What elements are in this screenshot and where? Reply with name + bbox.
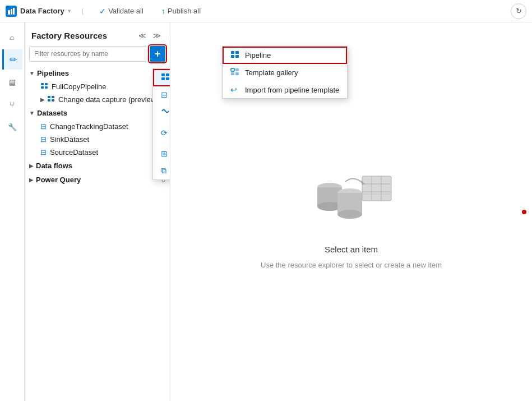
dataflows-group: ▶ Data flows 0 <box>25 159 170 173</box>
manage-nav-item[interactable]: 🔧 <box>2 117 22 137</box>
filter-row: + <box>25 46 170 66</box>
resource-tree: ▼ Pipelines FullCopyPipel <box>25 66 170 401</box>
expand-sidebar-button[interactable]: ≫ <box>151 29 163 42</box>
sub-template-icon <box>230 68 240 77</box>
dataset-changetracking-icon: ⊟ <box>40 122 47 131</box>
svg-rect-6 <box>45 86 48 89</box>
powerquery-label: Power Query <box>36 176 161 184</box>
refresh-icon: ↻ <box>516 7 522 15</box>
powerquery-group: ▶ Power Query 0 <box>25 173 170 187</box>
svg-rect-17 <box>231 55 234 58</box>
svg-rect-19 <box>231 68 234 71</box>
expand-icon: ≫ <box>153 31 161 40</box>
datasets-label: Datasets <box>37 109 165 117</box>
validate-all-button[interactable]: ✓ Validate all <box>95 4 148 18</box>
manage-icon: 🔧 <box>8 123 17 131</box>
ctx-copytool-icon: ⧉ <box>161 166 170 176</box>
author-nav-item[interactable]: ✏ <box>2 49 22 70</box>
pipeline-fullcopy-label: FullCopyPipeline <box>52 82 165 91</box>
sidebar-title: Factory Resources <box>31 31 107 40</box>
svg-rect-1 <box>11 9 12 15</box>
top-bar: Data Factory ▾ | ✓ Validate all ↑ Publis… <box>0 0 532 22</box>
publish-label: Publish all <box>168 7 201 15</box>
pencil-icon: ✏ <box>10 54 17 65</box>
cdc-pipeline-icon <box>47 95 55 104</box>
app-title: Data Factory <box>20 7 64 15</box>
dataset-changetracking-item[interactable]: ⊟ ChangeTrackingDataset <box>36 120 170 133</box>
ctx-cdc-icon: ⟳ <box>161 128 170 137</box>
illustration-svg <box>300 155 401 233</box>
logo-chevron: ▾ <box>68 8 71 14</box>
pipelines-group: ▼ Pipelines FullCopyPipel <box>25 66 170 106</box>
git-nav-item[interactable]: ⑂ <box>2 94 22 114</box>
app-logo: Data Factory ▾ <box>6 6 71 17</box>
publish-icon: ↑ <box>161 7 165 16</box>
pipeline-fullcopy-item[interactable]: FullCopyPipeline <box>36 80 170 93</box>
pipeline-submenu: Pipeline Template gallery ↩ Import from … <box>222 46 348 99</box>
ctx-powerquery-icon: ⊞ <box>161 149 170 158</box>
svg-rect-15 <box>231 51 234 54</box>
ctx-pipeline-item[interactable]: Pipeline ▶ <box>153 69 170 86</box>
validate-icon: ✓ <box>99 7 106 16</box>
pipelines-label: Pipelines <box>37 69 165 77</box>
svg-rect-3 <box>41 83 44 85</box>
svg-rect-16 <box>235 51 239 54</box>
datasets-group: ▼ Datasets ⊟ ChangeTrackingDataset ⊟ Sin… <box>25 106 170 159</box>
svg-rect-10 <box>52 99 54 102</box>
main-layout: ⌂ ✏ ▤ ⑂ 🔧 Factory Resources ≪ ≫ <box>0 22 532 401</box>
sub-import-template-item[interactable]: ↩ Import from pipeline template <box>223 81 347 98</box>
svg-rect-8 <box>52 96 54 98</box>
ctx-cdc-item[interactable]: ⟳ Change data capture (preview) <box>153 121 170 145</box>
sub-pipeline-item[interactable]: Pipeline <box>223 47 347 64</box>
validate-label: Validate all <box>108 7 144 15</box>
ctx-dataset-item[interactable]: ⊟ Dataset <box>153 86 170 103</box>
svg-rect-22 <box>235 72 239 75</box>
select-item-subtitle: Use the resource explorer to select or c… <box>261 261 442 269</box>
svg-point-28 <box>337 210 362 219</box>
dataflows-group-header[interactable]: ▶ Data flows 0 <box>25 159 170 173</box>
dataset-changetracking-label: ChangeTrackingDataset <box>50 122 165 131</box>
sub-template-gallery-label: Template gallery <box>245 68 339 77</box>
svg-rect-20 <box>235 68 239 71</box>
collapse-sidebar-button[interactable]: ≪ <box>136 29 149 42</box>
home-nav-item[interactable]: ⌂ <box>2 27 22 47</box>
svg-rect-9 <box>48 99 50 102</box>
ctx-copytool-item[interactable]: ⧉ Copy Data tool <box>153 162 170 179</box>
sub-pipeline-icon <box>230 50 240 60</box>
monitor-icon: ▤ <box>9 78 16 86</box>
dataset-sink-icon: ⊟ <box>40 135 47 144</box>
pipeline-cdc-item[interactable]: ▶ Change data capture (preview) <box>36 93 170 106</box>
ctx-dataflow-item[interactable]: Data flow ▶ <box>153 103 170 121</box>
ctx-dataset-icon: ⊟ <box>161 90 170 99</box>
notification-dot <box>522 210 526 214</box>
add-resource-button[interactable]: + <box>150 46 165 62</box>
git-icon: ⑂ <box>10 100 15 109</box>
sub-pipeline-label: Pipeline <box>245 51 339 59</box>
svg-rect-5 <box>41 86 44 89</box>
monitor-nav-item[interactable]: ▤ <box>2 72 22 92</box>
datasets-items: ⊟ ChangeTrackingDataset ⊟ SinkDataset ⊟ … <box>25 120 170 159</box>
filter-input[interactable] <box>29 46 147 62</box>
icon-bar: ⌂ ✏ ▤ ⑂ 🔧 <box>0 22 25 401</box>
select-illustration: Select an item Use the resource explorer… <box>261 155 442 269</box>
dataset-source-item[interactable]: ⊟ SourceDataset <box>36 146 170 159</box>
dataflows-chevron: ▶ <box>29 163 34 169</box>
svg-rect-13 <box>161 77 165 80</box>
svg-rect-2 <box>13 8 15 15</box>
datasets-group-header[interactable]: ▼ Datasets <box>25 106 170 120</box>
ctx-dataflow-icon <box>161 107 170 117</box>
refresh-button[interactable]: ↻ <box>511 3 526 19</box>
pipelines-group-header[interactable]: ▼ Pipelines <box>25 66 170 80</box>
datasets-chevron: ▼ <box>29 110 35 116</box>
publish-all-button[interactable]: ↑ Publish all <box>157 4 205 18</box>
svg-rect-14 <box>166 77 169 80</box>
sub-template-gallery-item[interactable]: Template gallery <box>223 64 347 81</box>
dataset-sink-label: SinkDataset <box>50 135 165 144</box>
powerquery-group-header[interactable]: ▶ Power Query 0 <box>25 173 170 187</box>
cdc-chevron: ▶ <box>40 96 45 103</box>
ctx-powerquery-item[interactable]: ⊞ Power Query <box>153 145 170 162</box>
svg-rect-11 <box>161 73 165 76</box>
collapse-icon: ≪ <box>138 31 146 40</box>
home-icon: ⌂ <box>10 33 15 42</box>
dataset-sink-item[interactable]: ⊟ SinkDataset <box>36 133 170 146</box>
